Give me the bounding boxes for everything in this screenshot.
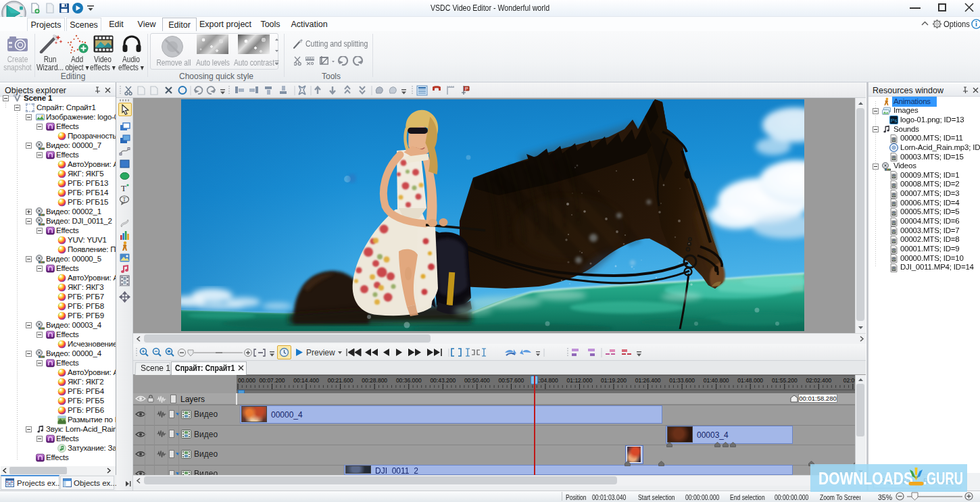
svg-text:00:36.000: 00:36.000 [396, 377, 422, 384]
svg-text:02:02.400: 02:02.400 [806, 377, 831, 384]
svg-text:01:40.800: 01:40.800 [704, 377, 729, 384]
svg-text:01:55.200: 01:55.200 [772, 377, 798, 384]
svg-text:01:12.000: 01:12.000 [567, 377, 593, 384]
svg-text:00:14.400: 00:14.400 [293, 377, 319, 384]
svg-text:00.000: 00.000 [238, 377, 255, 384]
svg-text:T: T [121, 183, 126, 193]
svg-text:01:19.200: 01:19.200 [601, 377, 627, 384]
svg-text:00:57.600: 00:57.600 [498, 377, 524, 384]
svg-text:P: P [465, 86, 468, 91]
svg-text:00:21.600: 00:21.600 [328, 377, 353, 384]
svg-text:01:26.400: 01:26.400 [635, 377, 661, 384]
svg-text:00:43.200: 00:43.200 [430, 377, 456, 384]
svg-text:00:28.800: 00:28.800 [362, 377, 387, 384]
svg-text:00:07.200: 00:07.200 [260, 377, 285, 384]
svg-text:00:50.400: 00:50.400 [464, 377, 490, 384]
svg-text:01:33.600: 01:33.600 [669, 377, 695, 384]
svg-text:01:48.000: 01:48.000 [737, 377, 763, 384]
svg-text:02:09.6: 02:09.6 [843, 377, 855, 384]
svg-text:T: T [123, 197, 126, 203]
